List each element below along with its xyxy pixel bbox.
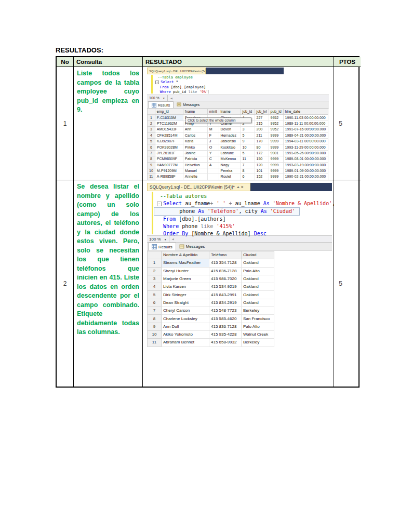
grid-cell[interactable]: 6	[241, 174, 255, 180]
row-number[interactable]: 11	[148, 339, 162, 347]
grid-cell[interactable]	[207, 168, 219, 174]
grid-cell[interactable]: 415 836-7128	[209, 323, 242, 330]
grid-cell[interactable]: 5	[241, 150, 255, 156]
grid-cell[interactable]: Roulet	[219, 174, 241, 180]
grid-cell[interactable]: Hernadez	[219, 132, 241, 138]
grid-cell[interactable]: 1990-11-03 00:00:00.000	[283, 115, 328, 121]
grid-cell[interactable]: 415 585-4620	[209, 315, 242, 323]
grid-cell[interactable]: 172	[255, 150, 269, 156]
grid-cell[interactable]: 415 548-7723	[209, 307, 242, 315]
grid-cell[interactable]: 1993-11-29 00:00:00.000	[283, 144, 328, 150]
grid-cell[interactable]: 9999	[269, 168, 283, 174]
grid-cell[interactable]: 8	[241, 168, 255, 174]
grid-cell[interactable]: J	[207, 138, 219, 144]
grid-cell[interactable]: 9999	[269, 144, 283, 150]
grid-cell[interactable]: Nagy	[219, 162, 241, 168]
grid-cell[interactable]: Charlene Locksley	[162, 315, 209, 323]
grid-cell[interactable]: Carlos	[183, 132, 207, 138]
grid-cell[interactable]: 9999	[269, 138, 283, 144]
row-number[interactable]: 4	[148, 283, 162, 291]
grid-cell[interactable]: Ann Dull	[162, 323, 209, 330]
grid-cell[interactable]: 120	[255, 162, 269, 168]
select-all-corner[interactable]	[148, 109, 155, 115]
grid-cell[interactable]: 10	[241, 144, 255, 150]
pin-icon[interactable]: +	[237, 185, 240, 190]
grid-cell[interactable]: AMD15433F	[155, 127, 183, 132]
grid-cell[interactable]: Livia Karsen	[162, 283, 209, 291]
grid-cell[interactable]: M	[207, 127, 219, 132]
grid-cell[interactable]: Dirk Stringer	[162, 291, 209, 299]
grid-cell[interactable]: 9952	[269, 127, 283, 132]
grid-cell[interactable]: 80	[255, 144, 269, 150]
grid-cell[interactable]: 3	[241, 127, 255, 132]
row-number[interactable]: 9	[148, 162, 155, 168]
grid-cell[interactable]: Dean Straight	[162, 299, 209, 307]
grid-cell[interactable]: 211	[255, 132, 269, 138]
tab-messages[interactable]: Messages	[174, 101, 203, 108]
grid-cell[interactable]: Abraham Bennet	[162, 339, 209, 347]
grid-cell[interactable]: 9901	[269, 150, 283, 156]
grid-cell[interactable]: A-R89858F	[155, 174, 183, 180]
sql-code[interactable]: --Tabla employee-Select *From [dbo].[emp…	[153, 74, 329, 95]
grid-cell[interactable]: F	[207, 132, 219, 138]
grid-cell[interactable]: Stearns MacFeather	[162, 259, 209, 267]
grid-cell[interactable]: 415 843-2991	[209, 291, 242, 299]
grid-cell[interactable]: Oakland	[242, 299, 274, 307]
grid-cell[interactable]: 1989-04-21 00:00:00.000	[283, 132, 328, 138]
grid-cell[interactable]: 227	[255, 115, 269, 121]
grid-cell[interactable]: Akiko Yokomoto	[162, 330, 209, 338]
column-header[interactable]: lname	[219, 109, 241, 115]
row-number[interactable]: 4	[148, 132, 155, 138]
row-number[interactable]: 6	[148, 144, 155, 150]
grid-cell[interactable]: McKenna	[219, 156, 241, 162]
grid-cell[interactable]: 415 354-7128	[209, 259, 242, 267]
grid-cell[interactable]: Ann	[183, 127, 207, 132]
grid-cell[interactable]: POK93028M	[155, 144, 183, 150]
grid-cell[interactable]: Annette	[183, 174, 207, 180]
grid-cell[interactable]: 101	[255, 168, 269, 174]
grid-cell[interactable]: Pirkko	[183, 144, 207, 150]
zoom-level-select[interactable]: 100 %	[147, 96, 159, 100]
grid-cell[interactable]: 1991-07-16 00:00:00.000	[283, 127, 328, 132]
sql-document-tab[interactable]: SQLQuery1.sql - DE...UII2CP9\Kevin (54))…	[147, 68, 206, 74]
grid-cell[interactable]	[207, 174, 219, 180]
grid-cell[interactable]: 9	[241, 138, 255, 144]
grid-cell[interactable]: Pereira	[219, 168, 241, 174]
sql-editor[interactable]: --Tabla employee-Select *From [dbo].[emp…	[147, 74, 329, 95]
chevron-down-icon[interactable]: ▾	[163, 96, 165, 100]
column-header[interactable]: job_id	[241, 109, 255, 115]
grid-cell[interactable]: 9952	[269, 115, 283, 121]
scroll-left-icon[interactable]: ◀	[170, 97, 172, 100]
row-number[interactable]: 5	[148, 138, 155, 144]
grid-cell[interactable]: 415 534-9219	[209, 283, 242, 291]
row-number[interactable]: 9	[148, 323, 162, 330]
grid-cell[interactable]: Helvetius	[183, 162, 207, 168]
tab-results[interactable]: Results	[148, 101, 174, 108]
grid-cell[interactable]: 1990-02-21 00:00:00.000	[283, 174, 328, 180]
grid-cell[interactable]: Karla	[183, 138, 207, 144]
fold-collapse-icon[interactable]: -	[157, 202, 162, 206]
grid-cell[interactable]: 415 986-7020	[209, 275, 242, 283]
grid-cell[interactable]: Devon	[219, 127, 241, 132]
row-number[interactable]: 2	[148, 121, 155, 126]
grid-cell[interactable]: M-P91209M	[155, 168, 183, 174]
grid-cell[interactable]: 152	[255, 174, 269, 180]
grid-cell[interactable]: Palo Alto	[242, 323, 274, 330]
close-icon[interactable]: ×	[241, 184, 244, 190]
row-number[interactable]: 5	[148, 291, 162, 299]
grid-cell[interactable]: Oakland	[242, 275, 274, 283]
grid-cell[interactable]: Patricia	[183, 156, 207, 162]
select-all-corner[interactable]	[148, 251, 162, 259]
grid-cell[interactable]: 415 935-4228	[209, 330, 242, 338]
grid-cell[interactable]: KJJ92907F	[155, 138, 183, 144]
fold-collapse-icon[interactable]: -	[155, 81, 159, 84]
grid-cell[interactable]: Labrune	[219, 150, 241, 156]
row-number[interactable]: 8	[148, 315, 162, 323]
column-header[interactable]: hire_date	[283, 109, 328, 115]
grid-cell[interactable]: Sheryl Hunter	[162, 267, 209, 275]
grid-cell[interactable]: PCM98509F	[155, 156, 183, 162]
column-header[interactable]: Ciudad	[242, 251, 274, 259]
grid-cell[interactable]: 215	[255, 121, 269, 126]
grid-cell[interactable]: 200	[255, 127, 269, 132]
row-number[interactable]: 10	[148, 168, 155, 174]
